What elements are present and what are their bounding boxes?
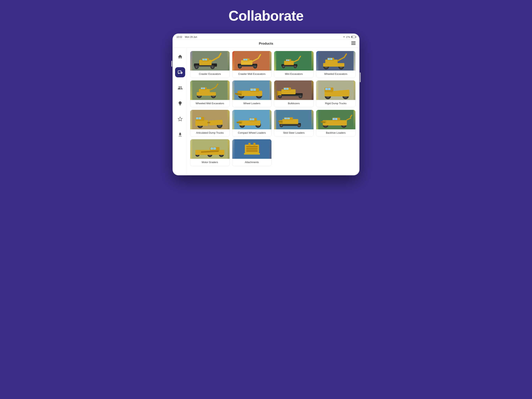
svg-rect-167	[248, 143, 250, 146]
svg-rect-144	[333, 118, 335, 120]
svg-rect-52	[330, 58, 332, 60]
product-card-articulated-dump-trucks[interactable]: Articulated Dump Trucks	[190, 110, 230, 137]
product-card-crawler-midi-excavators[interactable]: Crawler Midi Excavators	[232, 51, 272, 78]
product-label-articulated-dump-trucks: Articulated Dump Trucks	[190, 129, 230, 137]
sidebar	[173, 48, 187, 174]
tablet-screen: 10:02 Mon 29 Jun ▾ 17% Products	[173, 34, 359, 174]
svg-rect-134	[287, 118, 290, 119]
svg-rect-13	[203, 59, 205, 60]
product-label-wheeled-midi-excavators: Wheeled Midi Excavators	[190, 100, 230, 107]
status-time-date: 10:02 Mon 29 Jun	[177, 36, 197, 38]
product-card-wheeled-excavators[interactable]: Wheeled Excavators	[316, 51, 356, 78]
svg-rect-121	[252, 118, 254, 120]
svg-rect-27	[246, 59, 247, 60]
list-view-icon[interactable]	[351, 41, 355, 46]
svg-rect-166	[246, 150, 257, 152]
product-label-wheeled-excavators: Wheeled Excavators	[316, 71, 355, 78]
product-card-skid-steer-loaders[interactable]: Skid Steer Loaders	[274, 110, 314, 137]
product-label-motor-graders: Motor Graders	[190, 159, 230, 166]
status-indicators: ▾ 17%	[343, 36, 355, 38]
product-card-attachments[interactable]: Attachments	[232, 139, 272, 166]
product-card-wheel-loaders[interactable]: Wheel Loaders	[232, 80, 272, 107]
svg-rect-142	[323, 120, 347, 125]
product-label-crawler-midi-excavators: Crawler Midi Excavators	[232, 71, 272, 78]
product-image-wheel-loaders	[232, 80, 272, 100]
product-card-backhoe-loaders[interactable]: Backhoe Loaders	[316, 110, 356, 137]
svg-rect-169	[244, 153, 260, 154]
product-label-rigid-dump-trucks: Rigid Dump Trucks	[316, 100, 355, 107]
battery-icon	[351, 36, 355, 38]
svg-rect-23	[240, 66, 255, 67]
sidebar-item-favorites[interactable]	[175, 114, 185, 124]
status-bar: 10:02 Mon 29 Jun ▾ 17%	[173, 34, 359, 40]
product-card-bulldozers[interactable]: Bulldozers	[274, 80, 314, 107]
main-content: Crawler ExcavatorsCrawler Midi Excavator…	[173, 48, 359, 174]
svg-rect-39	[286, 60, 288, 61]
product-image-mini-excavators	[274, 51, 314, 71]
product-label-skid-steer-loaders: Skid Steer Loaders	[274, 129, 314, 137]
product-label-mini-excavators: Mini Excavators	[274, 71, 314, 78]
nav-bar: Products	[173, 40, 359, 48]
svg-rect-120	[249, 118, 252, 120]
svg-rect-26	[243, 59, 245, 60]
products-area: Crawler ExcavatorsCrawler Midi Excavator…	[187, 48, 359, 174]
product-card-crawler-excavators[interactable]: Crawler Excavators	[190, 51, 230, 78]
product-card-rigid-dump-trucks[interactable]: Rigid Dump Trucks	[316, 80, 356, 107]
svg-rect-133	[285, 118, 287, 119]
svg-rect-91	[277, 91, 278, 96]
svg-rect-10	[197, 66, 213, 67]
product-card-wheeled-midi-excavators[interactable]: Wheeled Midi Excavators	[190, 80, 230, 107]
wifi-icon: ▾	[343, 36, 345, 38]
sidebar-item-download[interactable]	[175, 129, 185, 140]
product-card-motor-graders[interactable]: Motor Graders	[190, 139, 230, 166]
svg-rect-110	[199, 117, 201, 119]
svg-rect-3	[351, 42, 352, 42]
tablet-power-button	[360, 72, 361, 82]
product-image-wheeled-midi-excavators	[190, 80, 230, 100]
svg-rect-14	[205, 59, 207, 60]
page-title: Collaborate	[228, 8, 303, 24]
svg-rect-160	[213, 147, 216, 149]
svg-rect-40	[288, 60, 289, 61]
svg-rect-75	[253, 89, 256, 91]
products-grid: Crawler ExcavatorsCrawler Midi Excavator…	[190, 51, 355, 166]
svg-rect-30	[276, 51, 311, 71]
svg-rect-111	[209, 120, 222, 125]
svg-rect-159	[210, 147, 213, 149]
product-image-motor-graders	[190, 139, 230, 159]
product-image-bulldozers	[274, 80, 314, 100]
svg-rect-1	[351, 43, 355, 44]
sidebar-item-team[interactable]	[175, 83, 185, 93]
status-time: 10:02	[177, 36, 182, 38]
product-card-compact-wheel-loaders[interactable]: Compact Wheel Loaders	[232, 110, 272, 137]
svg-rect-74	[250, 89, 253, 91]
product-image-compact-wheel-loaders	[232, 110, 272, 129]
tablet-volume-button	[171, 61, 172, 67]
svg-rect-130	[281, 124, 299, 125]
svg-rect-36	[284, 66, 295, 67]
sidebar-item-products[interactable]	[175, 67, 185, 77]
svg-rect-89	[286, 88, 289, 90]
svg-rect-109	[196, 117, 198, 119]
product-image-backhoe-loaders	[316, 110, 355, 129]
svg-rect-164	[246, 146, 257, 147]
svg-rect-64	[203, 87, 205, 89]
product-card-mini-excavators[interactable]: Mini Excavators	[274, 51, 314, 78]
status-date: Mon 29 Jun	[185, 36, 197, 38]
svg-rect-165	[246, 148, 257, 149]
svg-rect-145	[335, 118, 337, 120]
svg-rect-63	[201, 87, 203, 89]
nav-title: Products	[259, 42, 273, 45]
product-image-wheeled-excavators	[316, 51, 355, 71]
product-image-crawler-excavators	[190, 51, 230, 71]
product-label-backhoe-loaders: Backhoe Loaders	[316, 129, 355, 137]
svg-rect-88	[284, 88, 286, 90]
product-label-compact-wheel-loaders: Compact Wheel Loaders	[232, 129, 272, 137]
product-label-bulldozers: Bulldozers	[274, 100, 314, 107]
sidebar-item-home[interactable]	[175, 52, 185, 62]
svg-rect-157	[195, 150, 224, 155]
battery-percentage: 17%	[346, 36, 350, 38]
sidebar-item-ideas[interactable]	[175, 98, 185, 109]
product-image-crawler-midi-excavators	[232, 51, 272, 71]
svg-rect-99	[325, 88, 328, 90]
